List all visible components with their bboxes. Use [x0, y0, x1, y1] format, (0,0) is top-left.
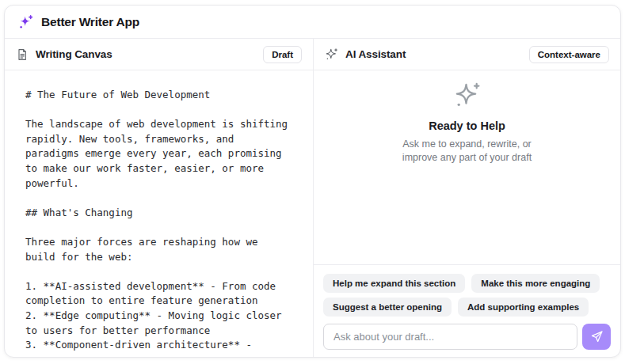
suggestion-chip-better-opening[interactable]: Suggest a better opening: [323, 298, 452, 317]
sparkle-large-icon: [453, 81, 482, 109]
ai-assistant-panel: AI Assistant Context-aware Ready to Help: [314, 39, 620, 357]
empty-state-subtitle: Ask me to expand, rewrite, or improve an…: [402, 138, 532, 165]
app-title: Better Writer App: [41, 15, 139, 29]
writing-canvas-panel: Writing Canvas Draft # The Future of Web…: [5, 39, 314, 357]
app-logo-sparkle-icon: [18, 14, 33, 29]
draft-badge: Draft: [263, 46, 302, 63]
suggestion-chip-supporting-examples[interactable]: Add supporting examples: [458, 298, 589, 317]
writing-canvas-title: Writing Canvas: [36, 48, 112, 60]
assistant-body: Ready to Help Ask me to expand, rewrite,…: [314, 70, 620, 264]
assistant-footer: Help me expand this section Make this mo…: [314, 264, 620, 357]
send-icon: [590, 330, 604, 343]
writing-canvas-editor[interactable]: # The Future of Web Development The land…: [5, 70, 313, 357]
page: Better Writer App Writing Canvas Draft #…: [0, 0, 625, 364]
suggestion-chips: Help me expand this section Make this mo…: [323, 274, 611, 317]
sparkle-icon: [325, 47, 338, 61]
app-header: Better Writer App: [5, 6, 620, 39]
app-window: Better Writer App Writing Canvas Draft #…: [4, 5, 621, 358]
assistant-empty-state: Ready to Help Ask me to expand, rewrite,…: [402, 81, 532, 165]
suggestion-chip-expand-section[interactable]: Help me expand this section: [323, 274, 465, 293]
writing-canvas-header: Writing Canvas Draft: [5, 39, 313, 70]
ai-assistant-title: AI Assistant: [345, 48, 406, 60]
send-button[interactable]: [582, 324, 611, 350]
main-panels: Writing Canvas Draft # The Future of Web…: [5, 39, 620, 357]
ask-input-row: [323, 324, 611, 350]
context-aware-badge: Context-aware: [529, 46, 609, 63]
ask-draft-input[interactable]: [323, 324, 577, 350]
document-icon: [16, 48, 29, 61]
ai-assistant-header: AI Assistant Context-aware: [314, 39, 620, 70]
empty-state-title: Ready to Help: [402, 119, 532, 132]
suggestion-chip-more-engaging[interactable]: Make this more engaging: [471, 274, 600, 293]
